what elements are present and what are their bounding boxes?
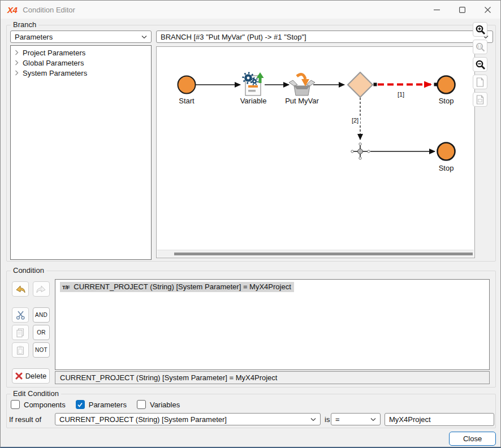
condition-list[interactable]: T/F CURRENT_PROJECT (String) [System Par… — [55, 279, 490, 370]
copy-button[interactable] — [12, 325, 29, 340]
paste-icon — [15, 345, 25, 355]
tree-item-label: System Parameters — [23, 69, 87, 77]
close-icon — [485, 7, 491, 13]
tree-item-project-parameters[interactable]: Project Parameters — [11, 47, 151, 58]
or-button[interactable]: OR — [33, 325, 50, 340]
branch-select-value: BRANCH [#3 "Put MyVar" (Put) -> #1 "Stop… — [161, 33, 306, 41]
maximize-button[interactable] — [450, 1, 475, 19]
delete-button[interactable]: Delete — [12, 368, 50, 384]
branch-group: Branch Parameters BRANCH [#3 "Put MyVar"… — [6, 25, 496, 262]
undo-icon — [15, 284, 26, 294]
fit-page-button[interactable] — [473, 75, 487, 89]
chevron-down-icon — [310, 417, 316, 421]
components-checkbox[interactable] — [11, 400, 20, 409]
scrollbar-thumb[interactable] — [174, 253, 473, 255]
zoom-out-button[interactable] — [473, 57, 487, 72]
branch-select[interactable]: BRANCH [#3 "Put MyVar" (Put) -> #1 "Stop… — [156, 31, 493, 43]
svg-text:Variable: Variable — [240, 97, 267, 105]
condition-type-badge: T/F — [62, 284, 70, 290]
condition-summary-field: CURRENT_PROJECT (String) [System Paramet… — [55, 371, 490, 384]
node-variable[interactable]: Variable — [240, 72, 267, 105]
magnifier-one-to-one-icon: 1:1 — [475, 42, 486, 53]
parameter-select-value: CURRENT_PROJECT (String) [System Paramet… — [59, 415, 227, 424]
magnifier-plus-icon — [475, 24, 486, 35]
paste-button[interactable] — [12, 342, 29, 358]
svg-text:Stop: Stop — [439, 97, 454, 105]
delete-button-label: Delete — [25, 372, 47, 380]
minimize-button[interactable] — [424, 1, 450, 19]
node-stop-1[interactable]: Stop — [438, 76, 455, 106]
chevron-right-icon — [15, 60, 19, 66]
parameters-tree: Project Parameters Global Parameters Sys… — [10, 45, 152, 260]
chevron-right-icon — [15, 50, 19, 55]
category-select[interactable]: Parameters — [10, 31, 152, 43]
components-checkbox-label: Components — [24, 401, 66, 409]
minimize-icon — [434, 7, 440, 13]
node-condition-diamond[interactable] — [348, 72, 373, 97]
is-label: is — [325, 415, 330, 424]
not-button[interactable]: NOT — [33, 342, 50, 358]
components-checkbox-wrap[interactable]: Components — [11, 400, 66, 409]
delete-x-icon — [15, 372, 23, 380]
maximize-icon — [459, 7, 465, 13]
parameter-select[interactable]: CURRENT_PROJECT (String) [System Paramet… — [55, 413, 321, 425]
chevron-right-icon — [15, 70, 19, 76]
workflow-diagram: [1] [2] Start — [157, 47, 474, 250]
edit-condition-group: Edit Condition Components Parameters Var… — [6, 394, 496, 428]
magnifier-minus-icon — [475, 59, 486, 70]
branch-group-label: Branch — [11, 20, 38, 29]
page-icon — [475, 77, 485, 88]
edge-label-2: [2] — [352, 117, 359, 124]
condition-group: Condition AND — [6, 271, 496, 388]
parameters-checkbox-wrap[interactable]: Parameters — [76, 400, 127, 409]
svg-text:Start: Start — [179, 97, 195, 105]
chevron-down-icon — [370, 417, 376, 421]
variables-checkbox[interactable] — [137, 400, 146, 409]
variables-checkbox-label: Variables — [150, 401, 180, 409]
condition-text: CURRENT_PROJECT (String) [System Paramet… — [74, 282, 291, 291]
window-title: Condition Editor — [23, 6, 75, 14]
undo-button[interactable] — [12, 281, 29, 297]
tree-item-label: Project Parameters — [23, 49, 85, 57]
parameters-checkbox-label: Parameters — [89, 401, 127, 409]
zoom-actual-size-button[interactable]: 1:1 — [473, 40, 487, 54]
operator-select-value: = — [335, 415, 340, 424]
titlebar: X4 Condition Editor — [1, 1, 500, 19]
zoom-in-button[interactable] — [473, 22, 487, 37]
parameters-checkbox[interactable] — [76, 400, 85, 409]
if-result-of-label: If result of — [9, 415, 41, 424]
variables-checkbox-wrap[interactable]: Variables — [137, 400, 180, 409]
operator-select[interactable]: = — [331, 413, 381, 425]
condition-list-item[interactable]: T/F CURRENT_PROJECT (String) [System Par… — [60, 282, 294, 292]
tree-item-global-parameters[interactable]: Global Parameters — [11, 58, 151, 68]
x4-logo: X4 — [7, 5, 17, 15]
svg-text:Put MyVar: Put MyVar — [285, 97, 319, 105]
redo-button[interactable] — [33, 281, 50, 297]
page-overview-icon — [475, 94, 485, 105]
connector-node[interactable] — [351, 143, 370, 159]
close-window-button[interactable] — [475, 1, 500, 19]
cut-button[interactable] — [12, 307, 29, 323]
workflow-canvas[interactable]: [1] [2] Start — [156, 46, 475, 258]
copy-icon — [15, 328, 25, 338]
redo-icon — [36, 284, 47, 294]
edit-condition-group-label: Edit Condition — [11, 389, 61, 398]
edge-handle[interactable] — [374, 83, 377, 86]
category-select-value: Parameters — [15, 33, 53, 41]
and-button[interactable]: AND — [33, 307, 50, 323]
zoom-toolbar: 1:1 — [473, 22, 487, 107]
horizontal-scrollbar[interactable] — [157, 250, 474, 257]
node-stop-2[interactable]: Stop — [438, 143, 455, 173]
svg-text:Stop: Stop — [439, 164, 454, 172]
svg-text:1:1: 1:1 — [477, 45, 482, 48]
chevron-down-icon — [141, 35, 147, 39]
value-input[interactable] — [385, 413, 494, 426]
tree-item-system-parameters[interactable]: System Parameters — [11, 68, 151, 78]
condition-editor-dialog: X4 Condition Editor Branch Parameters BR… — [0, 0, 501, 448]
tree-item-label: Global Parameters — [23, 59, 84, 67]
close-button[interactable]: Close — [449, 432, 496, 446]
node-put-myvar[interactable]: Put MyVar — [285, 74, 319, 105]
node-start[interactable]: Start — [178, 76, 196, 106]
page-overview-button[interactable] — [473, 92, 487, 107]
checkmark-icon — [77, 402, 83, 408]
